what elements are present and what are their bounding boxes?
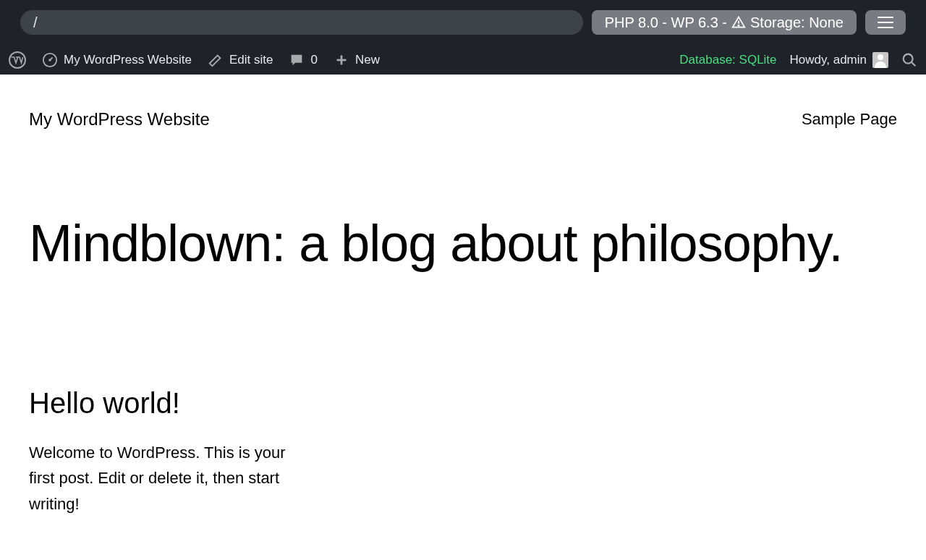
- post-title-link[interactable]: Hello world!: [29, 387, 289, 420]
- admin-search-button[interactable]: [901, 52, 917, 68]
- url-input[interactable]: /: [20, 10, 583, 35]
- svg-point-11: [904, 54, 913, 63]
- post-excerpt: Welcome to WordPress. This is your first…: [29, 440, 289, 517]
- storage-label-prefix: PHP 8.0 - WP 6.3 -: [605, 14, 727, 31]
- comments-menu[interactable]: 0: [289, 52, 317, 68]
- edit-site-menu[interactable]: Edit site: [208, 52, 273, 68]
- edit-site-label: Edit site: [229, 53, 273, 67]
- howdy-label: Howdy, admin: [790, 53, 867, 67]
- comments-count: 0: [310, 53, 317, 67]
- svg-point-1: [738, 25, 739, 26]
- admin-bar-left: My WordPress Website Edit site 0: [9, 51, 380, 69]
- new-label: New: [355, 53, 380, 67]
- dashboard-icon: [42, 52, 58, 68]
- nav-sample-page[interactable]: Sample Page: [802, 110, 897, 128]
- admin-bar-right: Database: SQLite Howdy, admin: [679, 52, 917, 68]
- avatar-icon: [872, 52, 888, 68]
- comment-icon: [289, 52, 305, 68]
- hero-section: Mindblown: a blog about philosophy.: [0, 130, 926, 271]
- storage-info-button[interactable]: PHP 8.0 - WP 6.3 - Storage: None: [592, 10, 857, 35]
- wp-logo-menu[interactable]: [9, 51, 26, 69]
- search-icon: [901, 52, 917, 68]
- site-name-menu[interactable]: My WordPress Website: [42, 52, 192, 68]
- site-title-text: My WordPress Website: [29, 109, 210, 129]
- account-menu[interactable]: Howdy, admin: [790, 52, 888, 68]
- wordpress-icon: [9, 51, 26, 69]
- wp-admin-bar: My WordPress Website Edit site 0: [0, 45, 926, 75]
- svg-line-12: [912, 61, 916, 66]
- url-value: /: [33, 14, 38, 31]
- primary-nav: Sample Page: [802, 110, 897, 129]
- storage-label-suffix: Storage: None: [750, 14, 844, 31]
- svg-point-8: [48, 59, 51, 61]
- playground-bar: / PHP 8.0 - WP 6.3 - Storage: None: [0, 0, 926, 45]
- site-header: My WordPress Website Sample Page: [0, 75, 926, 130]
- site-title-link[interactable]: My WordPress Website: [29, 109, 210, 130]
- hamburger-icon: [878, 16, 893, 29]
- post-title-text: Hello world!: [29, 387, 180, 419]
- post-card: Hello world! Welcome to WordPress. This …: [0, 271, 318, 517]
- menu-button[interactable]: [865, 10, 906, 35]
- warning-icon: [731, 15, 746, 30]
- new-content-menu[interactable]: New: [334, 52, 380, 68]
- hero-heading: Mindblown: a blog about philosophy.: [29, 216, 897, 271]
- database-label[interactable]: Database: SQLite: [679, 53, 776, 67]
- plus-icon: [334, 52, 349, 68]
- site-name-label: My WordPress Website: [64, 53, 192, 67]
- nav-sample-page-label: Sample Page: [802, 110, 897, 128]
- edit-icon: [208, 52, 224, 68]
